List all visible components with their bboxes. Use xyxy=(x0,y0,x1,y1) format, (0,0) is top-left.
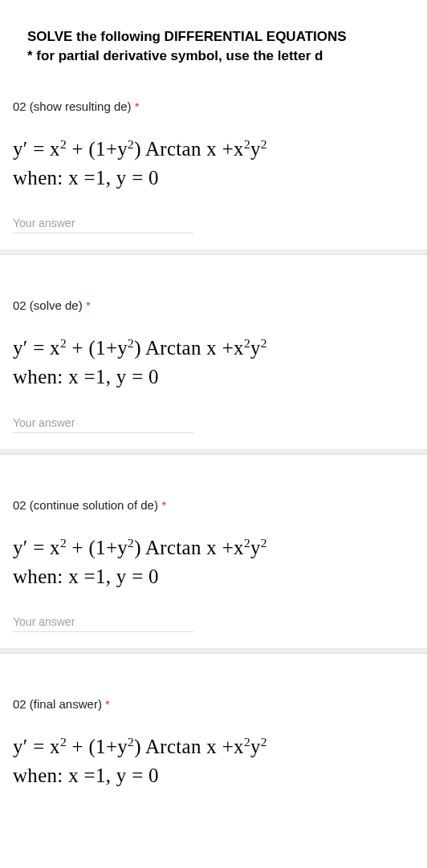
question-section: 02 (show resulting de) * y′ = x2 + (1+y2… xyxy=(0,80,427,250)
equation-block: y′ = x2 + (1+y2) Arctan x +x2y2 when: x … xyxy=(13,335,414,391)
equation-block: y′ = x2 + (1+y2) Arctan x +x2y2 when: x … xyxy=(13,136,414,192)
question-label-text: 02 (continue solution of de) xyxy=(13,498,158,512)
equation-line-1: y′ = x2 + (1+y2) Arctan x +x2y2 xyxy=(13,534,414,562)
header-title: SOLVE the following DIFFERENTIAL EQUATIO… xyxy=(27,27,411,47)
question-section: 02 (solve de) * y′ = x2 + (1+y2) Arctan … xyxy=(0,254,427,449)
answer-input[interactable] xyxy=(13,412,193,433)
equation-block: y′ = x2 + (1+y2) Arctan x +x2y2 when: x … xyxy=(13,733,414,789)
required-asterisk: * xyxy=(135,99,140,113)
header-subtitle: * for partial derivative symbol, use the… xyxy=(27,48,411,64)
answer-row xyxy=(13,610,414,648)
answer-input[interactable] xyxy=(13,610,193,632)
equation-line-2: when: x =1, y = 0 xyxy=(13,363,414,391)
question-label: 02 (solve de) * xyxy=(13,298,414,312)
question-label-text: 02 (solve de) xyxy=(13,298,83,312)
equation-line-1: y′ = x2 + (1+y2) Arctan x +x2y2 xyxy=(13,136,414,163)
equation-block: y′ = x2 + (1+y2) Arctan x +x2y2 when: x … xyxy=(13,534,414,590)
question-section: 02 (final answer) * y′ = x2 + (1+y2) Arc… xyxy=(0,653,427,789)
question-label: 02 (continue solution of de) * xyxy=(13,498,414,512)
question-section: 02 (continue solution of de) * y′ = x2 +… xyxy=(0,454,427,649)
equation-line-2: when: x =1, y = 0 xyxy=(13,563,414,590)
question-label: 02 (show resulting de) * xyxy=(13,99,414,113)
required-asterisk: * xyxy=(105,697,110,711)
answer-input[interactable] xyxy=(13,212,193,233)
equation-line-2: when: x =1, y = 0 xyxy=(13,762,414,789)
question-label-text: 02 (show resulting de) xyxy=(13,99,132,113)
required-asterisk: * xyxy=(86,298,91,312)
question-label: 02 (final answer) * xyxy=(13,697,414,711)
question-label-text: 02 (final answer) xyxy=(13,697,102,711)
equation-line-1: y′ = x2 + (1+y2) Arctan x +x2y2 xyxy=(13,733,414,761)
answer-row xyxy=(13,212,414,249)
equation-line-2: when: x =1, y = 0 xyxy=(13,164,414,192)
required-asterisk: * xyxy=(161,498,166,512)
equation-line-1: y′ = x2 + (1+y2) Arctan x +x2y2 xyxy=(13,335,414,362)
answer-row xyxy=(13,412,414,449)
form-header: SOLVE the following DIFFERENTIAL EQUATIO… xyxy=(0,0,427,80)
